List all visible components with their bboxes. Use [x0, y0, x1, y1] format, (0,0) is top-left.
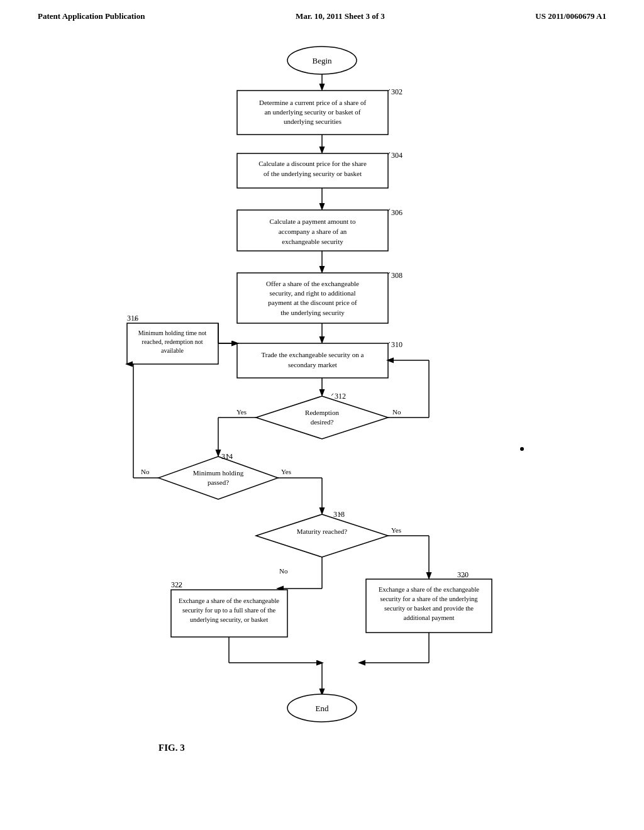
- svg-text:314: 314: [221, 452, 233, 461]
- svg-text:Yes: Yes: [236, 408, 247, 416]
- svg-text:of the underlying security or : of the underlying security or basket: [264, 170, 362, 177]
- svg-text:No: No: [392, 408, 401, 416]
- svg-text:310: 310: [391, 340, 402, 349]
- svg-text:security for up to a full shar: security for up to a full share of the: [182, 607, 275, 614]
- svg-text:302: 302: [391, 87, 402, 96]
- svg-text:Calculate a discount price for: Calculate a discount price for the share: [258, 160, 367, 167]
- svg-text:Minimum holding time not: Minimum holding time not: [138, 329, 207, 336]
- svg-text:desired?: desired?: [311, 418, 334, 426]
- svg-text:Maturity reached?: Maturity reached?: [297, 528, 347, 535]
- svg-marker-62: [256, 514, 388, 557]
- svg-text:No: No: [141, 468, 150, 475]
- svg-text:additional payment: additional payment: [404, 614, 455, 621]
- svg-text:reached, redemption not: reached, redemption not: [142, 338, 203, 345]
- header-middle: Mar. 10, 2011 Sheet 3 of 3: [296, 11, 385, 21]
- svg-text:exchangeable security: exchangeable security: [282, 238, 343, 245]
- svg-text:Exchange a share of the exchan: Exchange a share of the exchangeable: [379, 586, 479, 593]
- svg-text:payment at the discount price : payment at the discount price of: [268, 299, 357, 306]
- svg-text:Begin: Begin: [312, 56, 332, 65]
- svg-text:security for a share of the un: security for a share of the underlying: [380, 595, 478, 602]
- page-header: Patent Application Publication Mar. 10, …: [0, 0, 644, 28]
- svg-text:Determine a current price of a: Determine a current price of a share of: [259, 99, 366, 106]
- svg-text:secondary market: secondary market: [288, 361, 337, 368]
- svg-text:Offer a share of the exchangea: Offer a share of the exchangeable: [266, 280, 359, 287]
- diagram-container: Begin Determine a current price of a sha…: [0, 28, 644, 801]
- svg-marker-47: [158, 456, 278, 499]
- svg-text:security, and right to additio: security, and right to additional: [269, 289, 355, 297]
- header-right: US 2011/0060679 A1: [535, 11, 606, 21]
- svg-text:available: available: [161, 347, 184, 354]
- svg-text:security or basket and provide: security or basket and provide the: [384, 605, 474, 612]
- svg-text:318: 318: [333, 510, 345, 519]
- svg-text:306: 306: [391, 208, 402, 217]
- svg-text:Yes: Yes: [281, 468, 291, 475]
- svg-text:underlying securities: underlying securities: [284, 118, 341, 125]
- svg-text:passed?: passed?: [208, 479, 229, 486]
- svg-text:316: 316: [127, 314, 138, 323]
- svg-text:underlying security, or basket: underlying security, or basket: [190, 616, 268, 623]
- flowchart: Begin Determine a current price of a sha…: [102, 34, 542, 776]
- svg-point-90: [520, 447, 524, 451]
- svg-text:312: 312: [335, 392, 346, 401]
- svg-text:Exchange a share of the exchan: Exchange a share of the exchangeable: [179, 597, 279, 604]
- svg-text:Minimum holding: Minimum holding: [193, 469, 244, 477]
- svg-text:320: 320: [457, 570, 469, 579]
- svg-text:322: 322: [171, 580, 182, 589]
- header-left: Patent Application Publication: [38, 11, 145, 21]
- svg-text:FIG. 3: FIG. 3: [158, 743, 185, 753]
- svg-text:End: End: [316, 704, 329, 713]
- svg-text:the underlying security: the underlying security: [280, 309, 345, 316]
- svg-text:Calculate a payment amount to: Calculate a payment amount to: [270, 218, 356, 225]
- svg-text:Redemption: Redemption: [305, 409, 339, 416]
- svg-text:an underlying security or bask: an underlying security or basket of: [264, 108, 360, 116]
- svg-marker-32: [256, 396, 388, 439]
- svg-text:308: 308: [391, 271, 402, 280]
- svg-text:304: 304: [391, 151, 402, 160]
- svg-text:No: No: [279, 567, 288, 575]
- svg-text:Yes: Yes: [391, 526, 401, 534]
- svg-text:Trade the exchangeable securit: Trade the exchangeable security on a: [261, 351, 364, 358]
- svg-text:accompany a share of an: accompany a share of an: [279, 228, 347, 235]
